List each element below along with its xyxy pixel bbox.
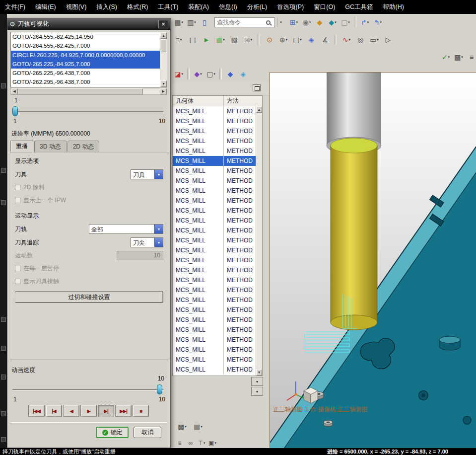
column-header-geometry[interactable]: 几何体 xyxy=(173,96,224,106)
toolpath-line[interactable]: CIRCLE/-260.225,-84.925,7.000,0.0000000,… xyxy=(11,51,160,60)
apply-check-icon[interactable]: ✓▾ xyxy=(440,51,452,63)
table-row[interactable]: MCS_MILLMETHOD xyxy=(173,265,262,275)
method-view-dropdown[interactable]: ▼ xyxy=(251,387,263,396)
view-orientation-icon[interactable]: ◆▾ xyxy=(327,16,339,28)
roles-notebook-icon[interactable]: ▥▾ xyxy=(186,16,198,28)
edit-display-icon[interactable]: ⊙ xyxy=(264,34,275,46)
tab-3d-dynamic[interactable]: 3D 动态 xyxy=(34,141,67,152)
scroll-up-icon[interactable]: ▲ xyxy=(160,32,167,39)
progress-slider[interactable] xyxy=(12,106,163,117)
shaded-cube-icon[interactable]: ◆ xyxy=(314,16,326,28)
dialog-titlebar[interactable]: ⚙ 刀轨可视化 × xyxy=(7,18,170,30)
restore-window-button[interactable] xyxy=(253,84,261,91)
exploded-view-icon[interactable]: ▣▾ xyxy=(207,439,217,448)
play-next-icon[interactable]: ▷ xyxy=(382,34,394,46)
search-dropdown-icon[interactable]: ▾ xyxy=(277,17,284,27)
table-row[interactable]: MCS_MILLMETHOD xyxy=(173,245,262,255)
scroll-down-icon[interactable]: ▼ xyxy=(160,80,167,87)
side-panel-tab-icon[interactable] xyxy=(1,168,6,173)
section-cube-icon[interactable]: ▩▾ xyxy=(453,51,465,63)
go-to-beginning-button[interactable]: |◀◀ xyxy=(28,405,45,417)
toolpath-line[interactable]: GOTO/-262.295,-96.438,7.000 xyxy=(11,77,160,86)
step-backward-button[interactable]: |◀ xyxy=(46,405,62,417)
snap-point-icon[interactable]: ↱▾ xyxy=(359,16,371,28)
go-to-end-button[interactable]: ▶▶| xyxy=(115,405,132,417)
select-box-icon[interactable]: ▢▾ xyxy=(291,34,303,46)
table-row[interactable]: MCS_MILLMETHOD xyxy=(173,275,262,285)
angle-icon[interactable]: ∡ xyxy=(319,34,331,46)
scroll-right-icon[interactable]: ▶ xyxy=(160,88,167,94)
play-forward-button[interactable]: ▶ xyxy=(80,405,97,417)
table-row[interactable]: MCS_MILLMETHOD xyxy=(173,166,262,176)
step-forward-button[interactable]: ▶| xyxy=(98,405,114,417)
slider-thumb[interactable] xyxy=(157,384,162,394)
table-row[interactable]: MCS_MILLMETHOD xyxy=(173,136,262,146)
graphics-viewport[interactable]: 正三轴测图 工作 摄像机 正三轴测图 xyxy=(270,72,476,448)
table-scrollbar[interactable]: ▲ ▼ xyxy=(256,106,262,376)
toolpath-line[interactable]: GOTO/-265.225,-96.438,7.000 xyxy=(11,69,160,77)
shop-doc-icon[interactable]: ⊞▾ xyxy=(242,34,254,46)
layer-list-icon[interactable]: ≡ xyxy=(466,51,476,63)
toolpath-line[interactable]: GOTO/-264.555,-82.425,7.000 xyxy=(11,41,160,50)
table-row[interactable]: MCS_MILLMETHOD xyxy=(173,325,262,335)
post-process-icon[interactable]: ▧ xyxy=(228,34,240,46)
scroll-left-icon[interactable]: ◀ xyxy=(11,88,18,94)
window-tile-icon[interactable]: ⊞▾ xyxy=(288,16,300,28)
table-row[interactable]: MCS_MILLMETHOD xyxy=(173,315,262,325)
measure-icon[interactable]: ◈ xyxy=(305,34,317,46)
operation-navigator-icon[interactable]: ≡▾ xyxy=(173,34,185,46)
table-row[interactable]: MCS_MILLMETHOD xyxy=(173,116,262,126)
link-chain-icon[interactable]: ∞ xyxy=(186,439,196,448)
menu-item-7[interactable]: 装配(A) xyxy=(183,0,214,14)
speed-slider[interactable] xyxy=(12,384,163,395)
sketch-icon[interactable]: ▭▾ xyxy=(368,34,380,46)
table-row[interactable]: MCS_MILLMETHOD xyxy=(173,365,262,375)
tool-display-combo[interactable]: 刀具 ▼ xyxy=(131,169,163,179)
side-panel-tab-icon[interactable] xyxy=(1,83,6,88)
side-panel-tab-icon[interactable] xyxy=(1,411,6,416)
side-panel-tab-icon[interactable] xyxy=(1,437,6,442)
tool-display-icon[interactable]: ◪▾ xyxy=(173,68,185,80)
close-icon[interactable]: × xyxy=(158,20,168,28)
diamond-view-icon[interactable]: ◈ xyxy=(237,68,249,80)
curve-icon[interactable]: ∿▾ xyxy=(340,34,352,46)
side-panel-tab-icon[interactable] xyxy=(1,200,6,205)
table-row[interactable]: MCS_MILLMETHOD xyxy=(173,216,262,226)
menu-item-9[interactable]: 分析(L) xyxy=(242,0,272,14)
geometry-view-dropdown[interactable]: ▼ xyxy=(251,377,263,386)
side-panel-tab-icon[interactable] xyxy=(1,346,6,351)
table-row[interactable]: MCS_MILLMETHOD xyxy=(173,255,262,265)
display-mode-icon[interactable]: ◉▾ xyxy=(301,16,313,28)
clamp-icon[interactable]: ⊤▾ xyxy=(197,439,206,448)
menu-item-13[interactable]: 帮助(H) xyxy=(378,0,409,14)
constraint-tree-icon[interactable]: ≡ xyxy=(175,439,185,448)
table-row[interactable]: MCS_MILLMETHOD xyxy=(173,156,262,166)
table-row[interactable]: MCS_MILLMETHOD xyxy=(173,206,262,216)
menu-item-2[interactable]: 编辑(E) xyxy=(30,0,61,14)
scroll-up-icon[interactable]: ▲ xyxy=(256,106,262,113)
menu-item-1[interactable]: 文件(F) xyxy=(0,0,30,14)
menu-item-11[interactable]: 窗口(O) xyxy=(309,0,340,14)
list-vertical-scrollbar[interactable]: ▲ ▼ xyxy=(160,32,167,87)
play-backward-button[interactable]: ◀ xyxy=(63,405,79,417)
ok-button[interactable]: ✓ 确定 xyxy=(96,427,129,438)
gem-point-icon[interactable]: ◆▾ xyxy=(192,68,204,80)
menu-item-8[interactable]: 信息(I) xyxy=(214,0,242,14)
slider-thumb[interactable] xyxy=(12,106,18,116)
tool-trace-combo[interactable]: 刀尖 ▼ xyxy=(131,237,163,247)
table-row[interactable]: MCS_MILLMETHOD xyxy=(173,345,262,355)
toolpath-line[interactable]: GOTO/-264.555,-82.425,14.950 xyxy=(11,32,160,41)
toolpath-line[interactable]: GOTO/-265.225,-84.925,7.000 xyxy=(11,60,160,69)
scroll-thumb[interactable] xyxy=(161,39,166,52)
cancel-button[interactable]: 取消 xyxy=(134,427,161,438)
tab-2d-dynamic[interactable]: 2D 动态 xyxy=(68,141,100,152)
assembly-cube-icon[interactable]: ▩▾ xyxy=(175,419,190,434)
table-row[interactable]: MCS_MILLMETHOD xyxy=(173,295,262,305)
view-layout-icon[interactable]: ▤▾ xyxy=(173,16,185,28)
table-row[interactable]: MCS_MILLMETHOD xyxy=(173,106,262,116)
table-row[interactable]: MCS_MILLMETHOD xyxy=(173,335,262,345)
datum-icon[interactable]: ◎ xyxy=(354,34,366,46)
table-row[interactable]: MCS_MILLMETHOD xyxy=(173,285,262,295)
table-row[interactable]: MCS_MILLMETHOD xyxy=(173,226,262,235)
side-panel-tab-icon[interactable] xyxy=(1,375,6,379)
